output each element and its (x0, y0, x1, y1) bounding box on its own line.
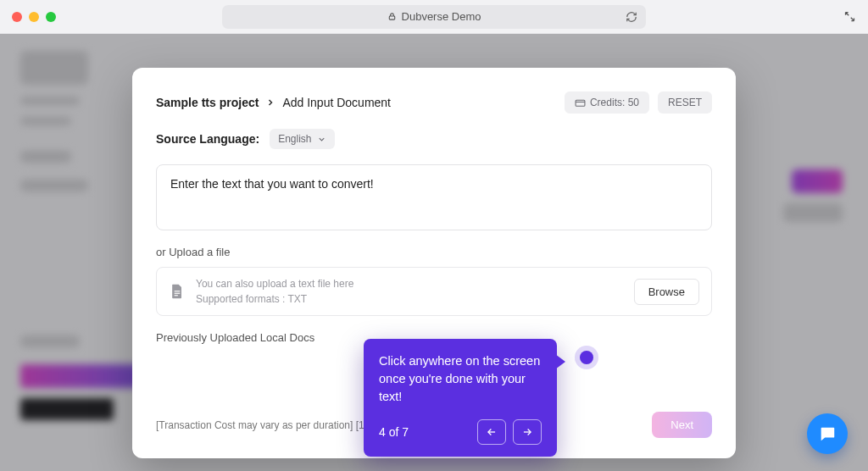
text-input-placeholder: Enter the text that you want to convert! (170, 177, 374, 191)
onboarding-beacon[interactable] (580, 351, 593, 364)
upload-help-text: You can also upload a text file here Sup… (196, 276, 624, 307)
tooltip-next-button[interactable] (513, 419, 542, 445)
minimize-window-button[interactable] (29, 12, 39, 22)
chat-fab[interactable] (807, 413, 848, 454)
credits-label: Credits: 50 (590, 97, 639, 108)
lock-icon (387, 12, 397, 21)
credit-card-icon (575, 97, 586, 108)
onboarding-tooltip: Click anywhere on the screen once you're… (364, 339, 557, 457)
maximize-window-button[interactable] (46, 12, 56, 22)
browser-chrome: Dubverse Demo (0, 0, 868, 34)
tooltip-message: Click anywhere on the screen once you're… (379, 352, 542, 406)
refresh-icon[interactable] (626, 11, 637, 23)
breadcrumb-current: Add Input Document (282, 96, 391, 109)
address-bar[interactable]: Dubverse Demo (222, 5, 646, 29)
svg-rect-1 (576, 100, 585, 106)
next-button[interactable]: Next (652, 412, 712, 438)
svg-rect-4 (175, 293, 181, 294)
chevron-down-icon (317, 135, 326, 144)
browse-button[interactable]: Browse (634, 279, 699, 305)
arrow-right-icon (521, 426, 533, 438)
file-icon (169, 283, 186, 300)
svg-rect-5 (175, 295, 178, 296)
modal-header: Sample tts project Add Input Document Cr… (156, 91, 712, 114)
expand-icon[interactable] (843, 10, 856, 23)
next-label: Next (670, 418, 693, 431)
browse-label: Browse (648, 285, 685, 298)
reset-label: RESET (668, 97, 702, 108)
language-select[interactable]: English (270, 129, 334, 149)
svg-rect-0 (389, 16, 394, 19)
selected-language: English (278, 133, 311, 145)
svg-rect-3 (175, 291, 181, 291)
traffic-lights (12, 12, 56, 22)
text-input[interactable]: Enter the text that you want to convert! (156, 164, 712, 230)
breadcrumb-project[interactable]: Sample tts project (156, 96, 259, 109)
source-language-row: Source Language: English (156, 129, 712, 149)
breadcrumb: Sample tts project Add Input Document (156, 96, 391, 109)
reset-button[interactable]: RESET (658, 91, 712, 114)
credits-button[interactable]: Credits: 50 (565, 91, 649, 114)
arrow-left-icon (486, 426, 498, 438)
chevron-right-icon (265, 97, 275, 108)
tooltip-step-count: 4 of 7 (379, 425, 409, 439)
address-bar-title: Dubverse Demo (402, 10, 481, 23)
upload-line1: You can also upload a text file here (196, 276, 624, 291)
source-language-label: Source Language: (156, 132, 259, 146)
upload-line2: Supported formats : TXT (196, 291, 624, 307)
or-upload-label: or Upload a file (156, 246, 712, 258)
close-window-button[interactable] (12, 12, 22, 22)
tooltip-prev-button[interactable] (477, 419, 506, 445)
upload-file-row: You can also upload a text file here Sup… (156, 267, 712, 316)
chat-icon (818, 424, 837, 443)
